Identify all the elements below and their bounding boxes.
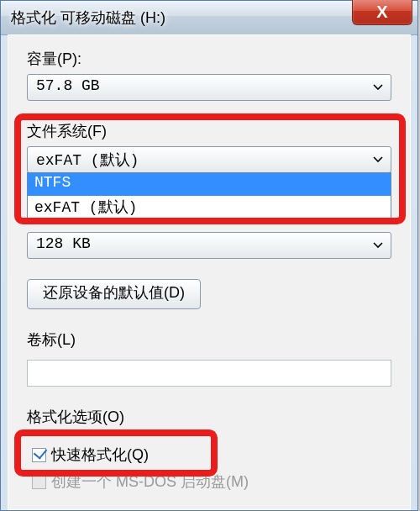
chevron-down-icon bbox=[369, 78, 387, 97]
filesystem-combo[interactable]: exFAT (默认) bbox=[27, 146, 391, 173]
msdos-boot-checkbox bbox=[32, 475, 46, 489]
quick-format-row[interactable]: 快速格式化(Q) bbox=[32, 444, 391, 466]
filesystem-option-exfat[interactable]: exFAT (默认) bbox=[28, 196, 391, 219]
close-button[interactable]: X bbox=[352, 0, 412, 25]
capacity-value: 57.8 GB bbox=[36, 77, 100, 94]
titlebar[interactable]: 格式化 可移动磁盘 (H:) X bbox=[1, 1, 417, 35]
volume-label-input[interactable] bbox=[27, 360, 391, 387]
close-icon: X bbox=[376, 3, 387, 22]
capacity-combo[interactable]: 57.8 GB bbox=[27, 74, 391, 101]
msdos-boot-label: 创建一个 MS-DOS 启动盘(M) bbox=[51, 471, 249, 492]
filesystem-option-ntfs[interactable]: NTFS bbox=[28, 173, 391, 196]
client-area: 容量(P): 57.8 GB 文件系统(F) exFAT (默认) NTFS e… bbox=[8, 34, 411, 510]
quick-format-checkbox[interactable] bbox=[32, 448, 46, 462]
restore-defaults-button[interactable]: 还原设备的默认值(D) bbox=[27, 279, 201, 309]
filesystem-label: 文件系统(F) bbox=[27, 121, 391, 141]
volume-label-label: 卷标(L) bbox=[27, 329, 391, 350]
allocation-size-combo[interactable]: 128 KB bbox=[27, 232, 391, 259]
capacity-label: 容量(P): bbox=[27, 49, 391, 69]
chevron-down-icon bbox=[369, 236, 387, 255]
msdos-boot-row: 创建一个 MS-DOS 启动盘(M) bbox=[32, 471, 391, 493]
filesystem-value: exFAT (默认) bbox=[36, 152, 139, 169]
allocation-size-value: 128 KB bbox=[36, 235, 91, 252]
chevron-down-icon bbox=[369, 150, 387, 169]
quick-format-label: 快速格式化(Q) bbox=[51, 445, 149, 465]
format-dialog-window: 格式化 可移动磁盘 (H:) X 容量(P): 57.8 GB 文件系统(F) … bbox=[0, 0, 418, 511]
filesystem-dropdown[interactable]: NTFS exFAT (默认) bbox=[27, 172, 391, 219]
window-title: 格式化 可移动磁盘 (H:) bbox=[11, 8, 165, 28]
restore-defaults-label: 还原设备的默认值(D) bbox=[43, 284, 185, 301]
format-options-label: 格式化选项(O) bbox=[27, 407, 391, 427]
